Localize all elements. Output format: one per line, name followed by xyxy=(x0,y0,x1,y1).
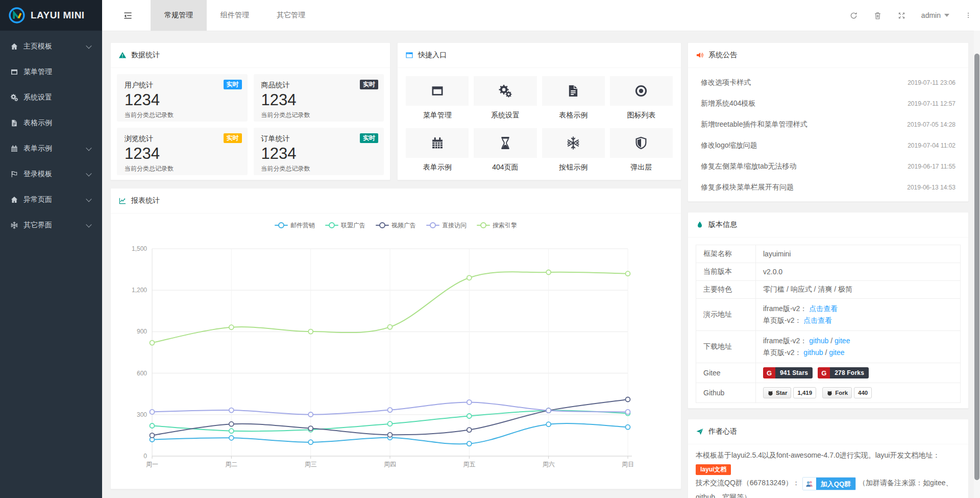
sidebar-item-0[interactable]: 主页模板 xyxy=(0,34,102,59)
chevron-down-icon xyxy=(86,171,91,176)
sidebar-item-2[interactable]: 系统设置 xyxy=(0,85,102,110)
legend-视频广告[interactable]: 视频广告 xyxy=(376,221,416,230)
github-star-count[interactable]: 1,419 xyxy=(793,387,816,398)
quick-label: 菜单管理 xyxy=(406,111,469,120)
legend-搜索引擎[interactable]: 搜索引擎 xyxy=(477,221,517,230)
panel-system-notice: 系统公告 修改选项卡样式 2019-07-11 23:06 新增系统404模板 … xyxy=(688,42,969,202)
sidebar-item-label: 其它界面 xyxy=(23,221,52,230)
tab-其它管理[interactable]: 其它管理 xyxy=(263,0,319,31)
expand-icon[interactable] xyxy=(897,11,906,20)
kebab-menu-icon[interactable] xyxy=(965,11,972,20)
link-github[interactable]: github xyxy=(809,337,828,345)
sidebar-item-5[interactable]: 登录模板 xyxy=(0,161,102,187)
github-fork-button[interactable]: Fork xyxy=(822,387,852,398)
stat-value: 1234 xyxy=(261,91,377,109)
refresh-icon[interactable] xyxy=(849,11,858,20)
notice-item-1[interactable]: 新增系统404模板 2019-07-11 12:57 xyxy=(688,93,968,114)
chevron-down-icon xyxy=(86,145,91,151)
sidebar-item-3[interactable]: 表格示例 xyxy=(0,110,102,136)
author-paragraph: 本模板基于layui2.5.4以及font-awesome-4.7.0进行实现。… xyxy=(696,448,961,462)
legend-直接访问[interactable]: 直接访问 xyxy=(426,221,467,230)
gears-icon xyxy=(10,93,18,102)
tab-组件管理[interactable]: 组件管理 xyxy=(207,0,263,31)
notice-text: 修复左侧菜单缩放tab无法移动 xyxy=(701,162,796,171)
notice-item-5[interactable]: 修复多模块菜单栏展开有问题 2019-06-13 14:53 xyxy=(688,177,968,198)
file-text-icon xyxy=(566,84,580,98)
quick-entry-系统设置[interactable]: 系统设置 xyxy=(474,76,536,128)
quick-tile xyxy=(406,76,469,106)
tab-常规管理[interactable]: 常规管理 xyxy=(151,0,207,31)
legend-联盟广告[interactable]: 联盟广告 xyxy=(325,221,365,230)
sidebar-item-label: 表格示例 xyxy=(23,118,52,128)
app-logo[interactable]: LAYUI MINI xyxy=(0,0,102,31)
sidebar-item-label: 异常页面 xyxy=(23,195,52,204)
link-gitee[interactable]: gitee xyxy=(829,348,844,357)
sidebar-item-4[interactable]: 表单示例 xyxy=(0,136,102,161)
link-gitee[interactable]: gitee xyxy=(835,337,850,345)
svg-text:周六: 周六 xyxy=(543,461,555,468)
trash-icon[interactable] xyxy=(873,11,882,20)
panel-report-chart: 报表统计 邮件营销 联盟广告 视频广告 直接访问 搜 xyxy=(110,188,681,489)
sidebar-item-6[interactable]: 异常页面 xyxy=(0,187,102,212)
sidebar-item-label: 菜单管理 xyxy=(23,67,52,77)
link-点击查看[interactable]: 点击查看 xyxy=(809,304,838,313)
home-icon xyxy=(10,42,18,51)
version-value: 零门槛 / 响应式 / 清爽 / 极简 xyxy=(763,285,852,293)
stat-card-2: 浏览统计 1234 当前分类总记录数 实时 xyxy=(117,128,248,175)
fire-icon xyxy=(696,221,704,229)
panel-title: 数据统计 xyxy=(131,51,160,60)
user-menu[interactable]: admin xyxy=(921,11,949,19)
stat-value: 1234 xyxy=(125,145,240,162)
quick-label: 弹出层 xyxy=(610,163,673,172)
qq-group-icon xyxy=(803,478,816,490)
link-github[interactable]: github xyxy=(803,348,823,357)
chart-legend: 邮件营销 联盟广告 视频广告 直接访问 搜索引擎 xyxy=(111,214,681,234)
notice-item-0[interactable]: 修改选项卡样式 2019-07-11 23:06 xyxy=(688,72,968,93)
notice-text: 修改logo缩放问题 xyxy=(701,141,757,150)
notice-text: 修复多模块菜单栏展开有问题 xyxy=(701,183,794,192)
panel-title: 系统公告 xyxy=(708,51,737,60)
link-点击查看[interactable]: 点击查看 xyxy=(803,316,832,324)
sidebar-item-7[interactable]: 其它界面 xyxy=(0,212,102,238)
chevron-down-icon xyxy=(86,196,91,202)
github-fork-count[interactable]: 440 xyxy=(854,387,872,398)
layui-doc-badge[interactable]: layui文档 xyxy=(696,464,731,475)
layui-logo-icon xyxy=(8,7,26,24)
notice-text: 新增系统404模板 xyxy=(701,99,755,108)
gitee-badge[interactable]: G278 Forks xyxy=(818,367,869,378)
version-row-4: 下载地址iframe版-v2： github / gitee单页版-v2： gi… xyxy=(696,331,961,363)
quick-entry-表单示例[interactable]: 表单示例 xyxy=(406,128,469,180)
sidebar-item-1[interactable]: 菜单管理 xyxy=(0,59,102,85)
stat-card-1: 商品统计 1234 当前分类总记录数 实时 xyxy=(254,74,384,122)
collapse-sidebar-icon[interactable] xyxy=(118,0,137,31)
notice-item-3[interactable]: 修改logo缩放问题 2019-07-04 11:02 xyxy=(688,135,968,156)
notice-time: 2019-07-04 11:02 xyxy=(908,142,955,149)
notice-time: 2019-06-13 14:53 xyxy=(907,184,955,191)
svg-text:周三: 周三 xyxy=(305,461,317,468)
join-qq-group-button[interactable]: 加入QQ群 xyxy=(802,477,856,490)
svg-text:1,200: 1,200 xyxy=(132,287,147,294)
panel-system-notice-header: 系统公告 xyxy=(688,43,968,68)
panel-report-chart-header: 报表统计 xyxy=(111,188,681,214)
quick-entry-按钮示例[interactable]: 按钮示例 xyxy=(542,128,605,180)
panel-data-stats-header: 数据统计 xyxy=(111,43,390,68)
notice-item-2[interactable]: 新增treetable插件和菜单管理样式 2019-07-05 14:28 xyxy=(688,114,968,135)
quick-entry-图标列表[interactable]: 图标列表 xyxy=(610,76,673,128)
svg-text:周日: 周日 xyxy=(622,461,634,468)
stat-label: 商品统计 xyxy=(261,81,377,90)
gitee-badge[interactable]: G941 Stars xyxy=(763,367,813,378)
gitee-logo-icon: G xyxy=(818,367,830,378)
svg-text:300: 300 xyxy=(137,411,147,418)
quick-entry-404页面[interactable]: 404页面 xyxy=(474,128,536,180)
github-star-button[interactable]: Star xyxy=(763,387,791,398)
quick-entry-表格示例[interactable]: 表格示例 xyxy=(542,76,605,128)
legend-邮件营销[interactable]: 邮件营销 xyxy=(275,221,315,230)
notice-item-4[interactable]: 修复左侧菜单缩放tab无法移动 2019-06-17 11:55 xyxy=(688,156,968,177)
hourglass-icon xyxy=(498,136,512,150)
stat-card-0: 用户统计 1234 当前分类总记录数 实时 xyxy=(117,74,248,122)
scrollbar-thumb[interactable] xyxy=(974,54,979,480)
quick-entry-菜单管理[interactable]: 菜单管理 xyxy=(406,76,469,128)
author-words-body: 本模板基于layui2.5.4以及font-awesome-4.7.0进行实现。… xyxy=(688,444,968,498)
github-star-widget: Star1,419 xyxy=(763,387,816,398)
quick-entry-弹出层[interactable]: 弹出层 xyxy=(610,128,673,180)
